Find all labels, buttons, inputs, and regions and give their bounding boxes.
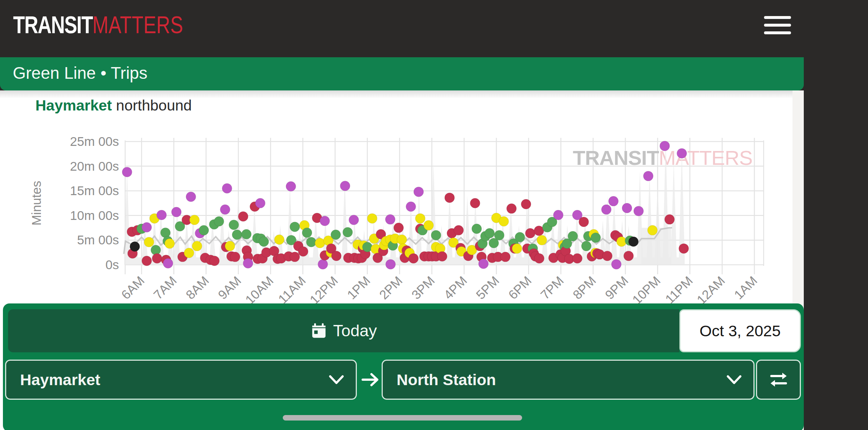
svg-text:7PM: 7PM [538,273,566,302]
chevron-down-icon [726,374,742,385]
svg-text:10AM: 10AM [242,273,276,303]
svg-text:10PM: 10PM [629,273,663,303]
svg-text:2PM: 2PM [377,273,405,302]
svg-text:5m 00s: 5m 00s [77,233,119,247]
from-station-value: Haymarket [20,371,328,389]
svg-text:25m 00s: 25m 00s [70,134,119,148]
line-banner: Green Line • Trips [0,57,804,90]
to-station-select[interactable]: North Station [382,360,755,400]
svg-text:1AM: 1AM [731,273,760,302]
to-station-value: North Station [397,371,726,389]
direction-arrow [360,360,382,400]
svg-text:Minutes: Minutes [29,181,43,226]
sheet-drag-handle[interactable] [283,415,522,421]
swap-arrows-icon [768,371,789,388]
today-button[interactable]: Today [8,309,679,352]
svg-text:11AM: 11AM [275,273,308,303]
banner-title: Green Line • Trips [13,63,147,83]
svg-text:0s: 0s [105,257,119,272]
svg-text:9AM: 9AM [215,273,244,302]
date-value: Oct 3, 2025 [699,322,780,340]
svg-text:12PM: 12PM [307,273,340,303]
today-label: Today [333,321,377,340]
right-arrow-icon [361,372,380,388]
svg-text:11PM: 11PM [662,273,695,303]
swap-stations-button[interactable] [756,360,801,400]
svg-text:8PM: 8PM [570,273,598,302]
date-button[interactable]: Oct 3, 2025 [679,309,801,352]
svg-text:12AM: 12AM [694,273,728,303]
svg-text:15m 00s: 15m 00s [70,183,119,198]
svg-text:20m 00s: 20m 00s [70,159,119,173]
travel-times-chart: TRANSITMATTERS0s5m 00s10m 00s15m 00s20m … [0,0,868,303]
svg-text:3PM: 3PM [409,273,437,302]
svg-text:1PM: 1PM [344,273,373,302]
svg-text:4PM: 4PM [441,273,469,302]
bottom-sheet: Today Oct 3, 2025 Haymarket North Statio… [3,303,804,430]
svg-text:6AM: 6AM [118,273,147,302]
chevron-down-icon [328,374,345,385]
from-station-select[interactable]: Haymarket [5,360,357,400]
calendar-icon [310,322,327,339]
svg-text:8AM: 8AM [183,273,211,302]
svg-text:6PM: 6PM [505,273,534,302]
svg-text:10m 00s: 10m 00s [70,208,119,222]
svg-text:5PM: 5PM [473,273,502,302]
svg-text:9PM: 9PM [602,273,630,302]
svg-text:7AM: 7AM [151,273,179,302]
